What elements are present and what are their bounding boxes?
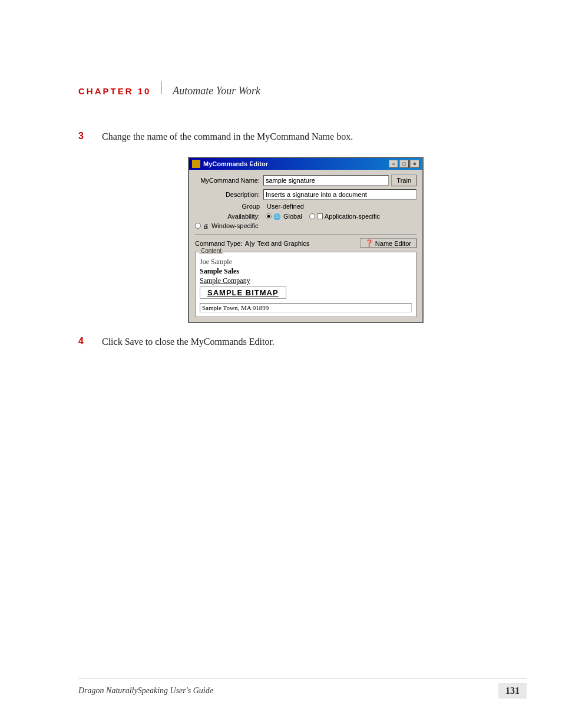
radio-window-btn[interactable] xyxy=(195,223,201,229)
radio-global-btn[interactable] xyxy=(266,213,272,219)
app-checkbox[interactable] xyxy=(317,213,323,219)
command-type-row: Command Type: A|y Text and Graphics ❓ Na… xyxy=(195,238,416,248)
page-content: 3 Change the name of the command in the … xyxy=(78,130,527,362)
command-type-left: Command Type: A|y Text and Graphics xyxy=(195,240,309,247)
dialog-container: MyCommands Editor − □ × MyCommand Name: … xyxy=(188,157,527,323)
group-value: User-defined xyxy=(267,203,304,210)
command-type-value: Text and Graphics xyxy=(257,240,310,247)
titlebar-title-area: MyCommands Editor xyxy=(192,160,268,168)
description-input[interactable] xyxy=(263,189,416,200)
mycommand-name-label: MyCommand Name: xyxy=(195,177,260,184)
availability-row: Availability: 🌐 Global Application-speci… xyxy=(195,213,416,229)
dialog-title: MyCommands Editor xyxy=(203,160,268,167)
group-row: Group User-defined xyxy=(195,203,416,210)
content-group-legend: Content xyxy=(199,248,223,254)
description-label: Description: xyxy=(195,191,260,198)
dialog-icon xyxy=(192,160,200,168)
dialog-body: MyCommand Name: Train Description: Group… xyxy=(189,170,422,322)
content-bitmap-row: SAMPLE BITMAP xyxy=(200,286,412,301)
footer-title: Dragon NaturallySpeaking User's Guide xyxy=(78,686,213,696)
radio-app-option[interactable]: Application-specific xyxy=(309,213,380,220)
chapter-subtitle: Automate Your Work xyxy=(173,85,260,97)
radio-window-option[interactable]: 🖨 Window-specific xyxy=(195,222,258,229)
radio-global-option[interactable]: 🌐 Global xyxy=(266,213,302,220)
name-editor-label: Name Editor xyxy=(375,240,411,247)
train-button[interactable]: Train xyxy=(391,174,416,186)
radio-app-label: Application-specific xyxy=(325,213,380,220)
step-3-text: Change the name of the command in the My… xyxy=(102,130,353,144)
close-button[interactable]: × xyxy=(410,160,419,168)
titlebar-buttons: − □ × xyxy=(389,160,419,168)
step-3: 3 Change the name of the command in the … xyxy=(78,130,527,144)
content-line3: Sample Company xyxy=(200,276,412,285)
group-label: Group xyxy=(195,203,260,210)
command-type-icon: A|y xyxy=(245,240,255,247)
chapter-label: CHAPTER 10 xyxy=(78,86,151,96)
step-3-number: 3 xyxy=(78,131,97,141)
content-bitmap: SAMPLE BITMAP xyxy=(200,286,286,299)
content-address: Sample Town, MA 01899 xyxy=(200,303,412,312)
info-icon: ❓ xyxy=(365,239,373,247)
radio-global-label: Global xyxy=(283,213,302,220)
page-number: 131 xyxy=(498,683,527,699)
radio-window-label: Window-specific xyxy=(211,222,258,229)
dialog-window: MyCommands Editor − □ × MyCommand Name: … xyxy=(188,157,424,323)
mycommand-name-input[interactable] xyxy=(263,175,389,186)
maximize-button[interactable]: □ xyxy=(399,160,409,168)
dialog-titlebar: MyCommands Editor − □ × xyxy=(189,158,422,170)
page-header: CHAPTER 10 Automate Your Work xyxy=(78,81,260,97)
divider xyxy=(195,234,416,235)
step-4-number: 4 xyxy=(78,336,97,347)
name-editor-button[interactable]: ❓ Name Editor xyxy=(360,238,416,248)
mycommand-name-row: MyCommand Name: Train xyxy=(195,174,416,186)
step-4-text: Click Save to close the MyCommands Edito… xyxy=(102,335,275,349)
step-4: 4 Click Save to close the MyCommands Edi… xyxy=(78,335,527,349)
content-group-wrapper: Content Joe Sample Sample Sales Sample C… xyxy=(195,252,416,317)
radio-app-btn[interactable] xyxy=(309,213,315,219)
description-row: Description: xyxy=(195,189,416,200)
availability-label: Availability: xyxy=(195,213,260,220)
content-line2: Sample Sales xyxy=(200,267,412,276)
content-line1: Joe Sample xyxy=(200,258,412,266)
page-footer: Dragon NaturallySpeaking User's Guide 13… xyxy=(78,678,527,699)
command-type-label: Command Type: xyxy=(195,240,243,247)
content-area[interactable]: Joe Sample Sample Sales Sample Company S… xyxy=(198,256,414,314)
minimize-button[interactable]: − xyxy=(389,160,398,168)
header-divider xyxy=(161,81,162,94)
